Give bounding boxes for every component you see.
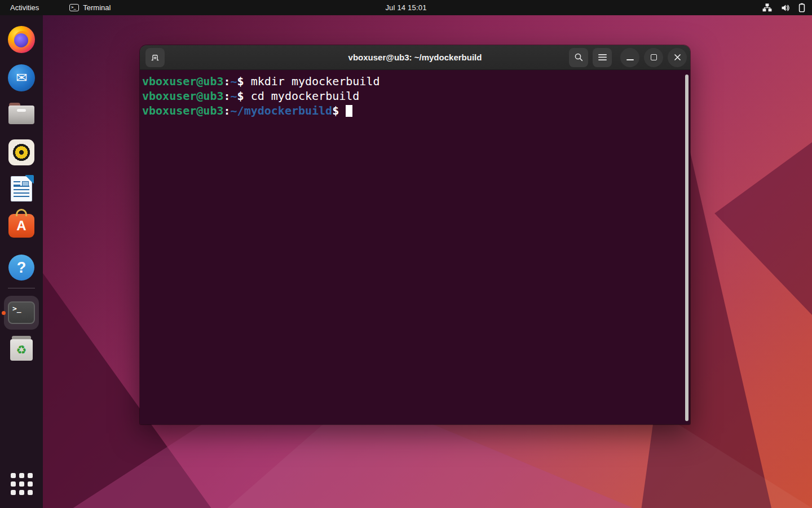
terminal-scrollbar[interactable] <box>685 75 689 421</box>
focused-app-indicator[interactable]: >_ Terminal <box>69 3 111 12</box>
terminal-window: vboxuser@ub3: ~/mydockerbuild vboxuser@u… <box>140 45 690 424</box>
minimize-icon <box>626 59 634 60</box>
minimize-button[interactable] <box>620 48 639 67</box>
dock: ✉ A ? >_ ♻ <box>0 15 43 508</box>
prompt-path: ~ <box>231 89 237 103</box>
maximize-icon <box>651 54 657 60</box>
thunderbird-icon: ✉ <box>8 64 35 91</box>
terminal-line: vboxuser@ub3:~$ mkdir mydockerbuild <box>142 74 679 89</box>
recycle-glyph: ♻ <box>16 343 27 357</box>
search-icon <box>574 52 584 62</box>
app-grid-icon <box>11 473 33 495</box>
new-tab-icon <box>150 52 160 63</box>
top-bar: Activities >_ Terminal Jul 14 15:01 <box>0 0 812 15</box>
terminal-screen[interactable]: vboxuser@ub3:~$ mkdir mydockerbuild vbox… <box>140 70 690 424</box>
question-glyph: ? <box>17 259 27 277</box>
firefox-icon <box>8 26 35 53</box>
dock-item-terminal[interactable]: >_ <box>0 296 43 324</box>
dock-item-help[interactable]: ? <box>0 255 43 281</box>
command-text: cd mydockerbuild <box>251 89 360 103</box>
system-tray[interactable] <box>762 0 805 15</box>
search-button[interactable] <box>569 48 588 67</box>
dock-item-app-grid[interactable] <box>0 473 43 495</box>
help-icon: ? <box>8 255 34 281</box>
command-text: mkdir mydockerbuild <box>251 75 380 88</box>
maximize-button[interactable] <box>644 48 663 67</box>
envelope-glyph: ✉ <box>16 70 27 86</box>
terminal-cursor <box>346 105 352 117</box>
trash-icon: ♻ <box>10 336 33 361</box>
software-a-glyph: A <box>16 218 26 234</box>
close-button[interactable] <box>668 48 687 67</box>
libreoffice-writer-icon <box>11 176 32 202</box>
prompt-user: vboxuser@ub3 <box>142 75 224 88</box>
focused-app-label: Terminal <box>83 3 111 12</box>
prompt-user: vboxuser@ub3 <box>142 104 224 117</box>
dock-item-ubuntu-software[interactable]: A <box>0 209 43 238</box>
prompt-user: vboxuser@ub3 <box>142 89 224 103</box>
prompt-path: ~ <box>231 75 237 88</box>
prompt-path: ~/mydockerbuild <box>231 104 333 117</box>
battery-icon <box>798 3 805 12</box>
terminal-line: vboxuser@ub3:~/mydockerbuild$ <box>142 103 679 118</box>
terminal-app-icon: >_ <box>69 4 79 11</box>
dock-item-libreoffice-writer[interactable] <box>0 176 43 202</box>
rhythmbox-icon <box>8 139 34 165</box>
dock-item-thunderbird[interactable]: ✉ <box>0 64 43 91</box>
hamburger-menu-icon <box>598 54 607 61</box>
dock-item-files[interactable] <box>0 103 43 124</box>
files-icon <box>8 103 34 124</box>
activities-button[interactable]: Activities <box>0 0 49 15</box>
clock[interactable]: Jul 14 15:01 <box>385 3 426 12</box>
volume-icon <box>780 3 790 12</box>
close-icon <box>674 54 681 61</box>
new-tab-button[interactable] <box>145 48 165 67</box>
dock-item-firefox[interactable] <box>0 26 43 53</box>
terminal-line: vboxuser@ub3:~$ cd mydockerbuild <box>142 89 679 103</box>
dock-divider <box>8 288 35 288</box>
dock-item-trash[interactable]: ♻ <box>0 336 43 361</box>
dock-item-rhythmbox[interactable] <box>0 139 43 165</box>
window-titlebar[interactable]: vboxuser@ub3: ~/mydockerbuild <box>140 45 690 70</box>
ubuntu-software-icon: A <box>8 214 34 238</box>
network-icon <box>762 3 772 12</box>
menu-button[interactable] <box>593 48 612 67</box>
terminal-icon: >_ <box>8 301 35 324</box>
